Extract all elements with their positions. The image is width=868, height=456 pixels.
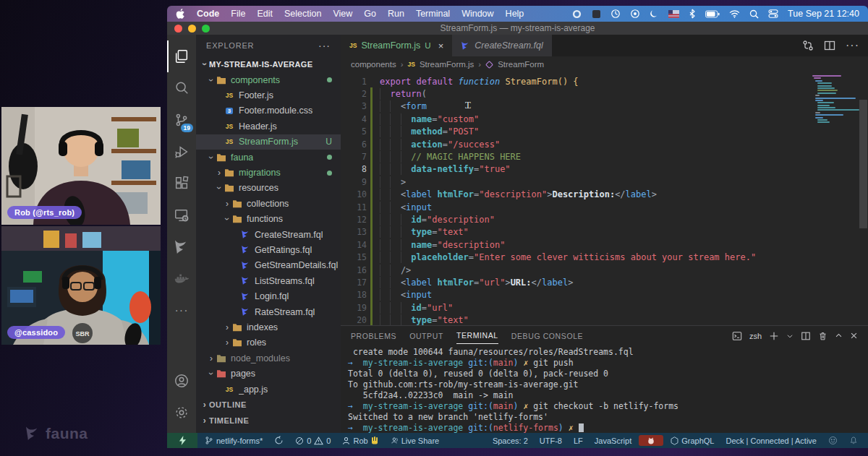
input-source-flag-icon[interactable]: [668, 10, 679, 18]
deck-connection-status[interactable]: Deck | Connected | Active: [721, 433, 821, 448]
breadcrumb-file[interactable]: StreamForm.js: [420, 60, 474, 69]
code-line-9[interactable]: 9>: [341, 176, 868, 188]
menu-view[interactable]: View: [333, 9, 352, 19]
language-mode-status[interactable]: JavaScript: [590, 433, 636, 448]
outline-section-header[interactable]: › OUTLINE: [196, 397, 341, 413]
extension-alert-badge[interactable]: [639, 435, 663, 446]
close-panel-icon[interactable]: [850, 332, 858, 340]
tree-item-login-fql[interactable]: Login.fql: [196, 288, 341, 304]
eol-status[interactable]: LF: [569, 433, 587, 448]
tree-item-fauna[interactable]: ›fauna: [196, 150, 341, 165]
feedback-smiley-icon[interactable]: [824, 433, 842, 448]
tree-item-indexes[interactable]: ›indexes: [196, 319, 341, 335]
menu-run[interactable]: Run: [388, 9, 404, 19]
terminal-dropdown-chevron-icon[interactable]: [786, 332, 793, 340]
tree-item-node-modules[interactable]: ›node_modules: [196, 350, 341, 366]
breadcrumb-folder[interactable]: components: [351, 60, 396, 69]
spotlight-search-icon[interactable]: [749, 9, 759, 19]
tab-output[interactable]: OUTPUT: [409, 328, 443, 344]
code-line-10[interactable]: 10<label htmlFor="description">Descripti…: [341, 189, 868, 201]
tree-item-collections[interactable]: ›collections: [196, 196, 341, 211]
code-line-13[interactable]: 13type="text": [341, 226, 868, 238]
git-branch-status[interactable]: netlify-forms*: [200, 433, 267, 448]
code-line-5[interactable]: 5method="POST": [341, 126, 868, 138]
docker-view-icon[interactable]: [167, 263, 196, 295]
tree-item-migrations[interactable]: ›migrations: [196, 165, 341, 180]
split-terminal-icon[interactable]: [801, 331, 811, 341]
editor-scrollbar[interactable]: [859, 72, 868, 325]
close-tab-icon[interactable]: ×: [438, 40, 444, 51]
scrollbar-thumb[interactable]: [859, 100, 867, 228]
sync-changes-button[interactable]: [270, 433, 288, 448]
control-center-icon[interactable]: [768, 9, 778, 18]
new-terminal-icon[interactable]: [769, 331, 779, 341]
tree-item-components[interactable]: ›components: [196, 72, 341, 87]
code-editor[interactable]: 1export default function StreamForm() {2…: [341, 72, 868, 325]
notifications-bell-icon[interactable]: [845, 433, 862, 448]
code-line-20[interactable]: 20type="text": [341, 314, 868, 325]
source-control-view-icon[interactable]: 19: [167, 104, 196, 136]
breadcrumb-symbol[interactable]: StreamForm: [498, 60, 544, 69]
tree-item-header-js[interactable]: JSHeader.js: [196, 119, 341, 134]
tree-item-pages[interactable]: ›pages: [196, 366, 341, 381]
tree-item-createstream-fql[interactable]: CreateStream.fql: [196, 227, 341, 242]
code-line-12[interactable]: 12id="description": [341, 213, 868, 225]
tree-item-footer-module-css[interactable]: 3Footer.module.css: [196, 103, 341, 119]
tree-item-footer-js[interactable]: JSFooter.js: [196, 87, 341, 103]
code-line-1[interactable]: 1export default function StreamForm() {: [341, 75, 868, 87]
tree-item-functions[interactable]: ›functions: [196, 212, 341, 227]
code-line-3[interactable]: 3<form: [341, 100, 868, 113]
wifi-icon[interactable]: [729, 10, 740, 18]
code-line-6[interactable]: 6action="/success": [341, 138, 868, 150]
display-icon[interactable]: [571, 9, 582, 19]
accounts-icon[interactable]: [167, 365, 196, 397]
code-line-2[interactable]: 2return(: [341, 87, 868, 100]
stream-deck-icon[interactable]: [592, 9, 601, 19]
search-view-icon[interactable]: [167, 72, 196, 104]
tab-problems[interactable]: PROBLEMS: [351, 328, 396, 344]
battery-icon[interactable]: [705, 10, 720, 18]
open-changes-icon[interactable]: [802, 40, 814, 51]
tree-item-ratestream-fql[interactable]: RateStream.fql: [196, 304, 341, 319]
tab-terminal[interactable]: TERMINAL: [456, 327, 498, 344]
tree-item--app-js[interactable]: JS_app.js: [196, 382, 341, 397]
menu-terminal[interactable]: Terminal: [416, 9, 450, 19]
remote-indicator[interactable]: [167, 433, 197, 448]
do-not-disturb-moon-icon[interactable]: [650, 9, 659, 19]
tab-streamform-js[interactable]: JS StreamForm.js U ×: [341, 35, 452, 56]
workspace-root-folder[interactable]: › MY-STREAM-IS-AVERAGE: [196, 56, 341, 72]
run-debug-view-icon[interactable]: [167, 136, 196, 168]
bluetooth-icon[interactable]: [689, 9, 696, 19]
kill-terminal-trash-icon[interactable]: [818, 331, 827, 341]
code-line-18[interactable]: 18<input: [341, 289, 868, 301]
menu-go[interactable]: Go: [364, 9, 376, 19]
live-share-button[interactable]: Live Share: [386, 433, 444, 448]
terminal-output[interactable]: create mode 100644 fauna/resources/roles…: [341, 345, 868, 433]
code-line-19[interactable]: 19id="url": [341, 301, 868, 314]
tree-item-getstreamdetails-fql[interactable]: GetStreamDetails.fql: [196, 258, 341, 273]
explorer-view-icon[interactable]: [167, 40, 196, 72]
menu-window[interactable]: Window: [461, 9, 493, 19]
code-line-11[interactable]: 11<input: [341, 201, 868, 213]
remote-explorer-view-icon[interactable]: [167, 199, 196, 231]
encoding-status[interactable]: UTF-8: [535, 433, 566, 448]
tree-item-resources[interactable]: ›resources: [196, 181, 341, 196]
split-editor-icon[interactable]: [824, 40, 835, 51]
record-icon[interactable]: [630, 9, 640, 19]
fauna-extension-view-icon[interactable]: [167, 231, 196, 263]
tab-createstream-fql[interactable]: CreateStream.fql: [452, 35, 551, 56]
menu-code[interactable]: Code: [197, 9, 219, 19]
code-line-17[interactable]: 17<label htmlFor="url">URL:</label>: [341, 276, 868, 288]
code-line-7[interactable]: 7// MAGIC HAPPENS HERE: [341, 150, 868, 163]
menu-file[interactable]: File: [231, 9, 245, 19]
tree-item-streamform-js[interactable]: JSStreamForm.jsU: [196, 134, 341, 150]
tree-item-liststreams-fql[interactable]: ListStreams.fql: [196, 273, 341, 288]
live-share-participant[interactable]: Rob: [338, 433, 382, 448]
timer-icon[interactable]: [610, 9, 621, 19]
code-line-15[interactable]: 15placeholder="Enter some clever wittici…: [341, 251, 868, 263]
menu-edit[interactable]: Edit: [257, 9, 273, 19]
code-line-8[interactable]: 8data-netlify="true": [341, 163, 868, 176]
graphql-status[interactable]: GraphQL: [666, 433, 718, 448]
more-actions-icon[interactable]: ···: [846, 39, 859, 52]
minimap[interactable]: [812, 75, 857, 124]
